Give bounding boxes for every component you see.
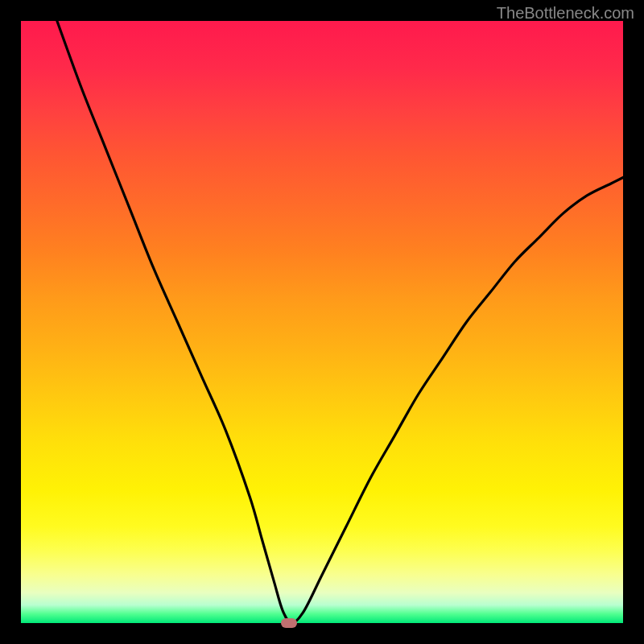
chart-plot-area xyxy=(21,21,623,623)
bottleneck-curve xyxy=(21,21,623,623)
optimal-point-marker xyxy=(281,618,297,628)
watermark-text: TheBottleneck.com xyxy=(497,4,634,23)
